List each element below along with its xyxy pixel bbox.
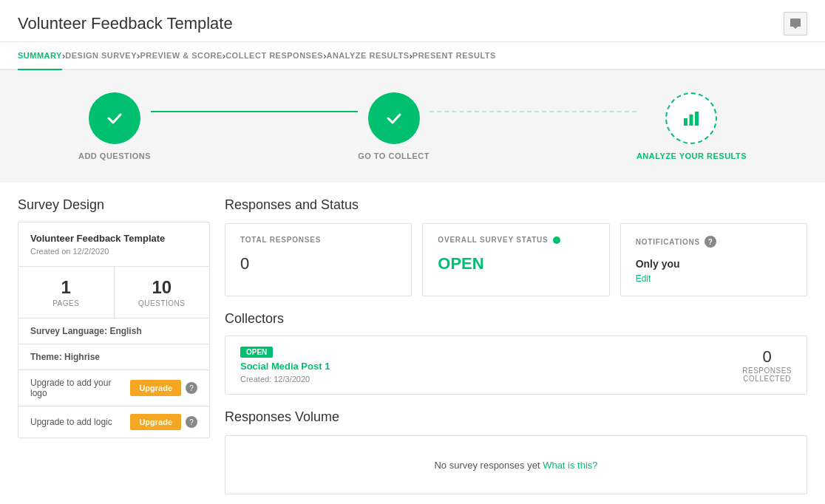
- upgrade-logo-row: Upgrade to add your logo Upgrade ?: [18, 370, 209, 406]
- overall-status-card: OVERALL SURVEY STATUS OPEN: [422, 223, 609, 296]
- total-responses-card: TOTAL RESPONSES 0: [225, 223, 412, 296]
- notifications-help-icon[interactable]: ?: [705, 236, 716, 248]
- tab-summary[interactable]: SUMMARY: [18, 42, 62, 70]
- theme-info: Theme: Highrise: [18, 344, 209, 370]
- collectors-title: Collectors: [225, 311, 284, 327]
- step-analyze-results: ANALYZE YOUR RESULTS: [636, 92, 747, 160]
- sidebar-card: Volunteer Feedback Template Created on 1…: [18, 222, 210, 438]
- collector-name[interactable]: Social Media Post 1: [240, 361, 330, 372]
- collector-left: OPEN Social Media Post 1 Created: 12/3/2…: [240, 347, 330, 384]
- upgrade-logo-text: Upgrade to add your logo: [30, 378, 130, 398]
- upgrade-logic-actions: Upgrade ?: [130, 414, 197, 430]
- sidebar-card-header: Volunteer Feedback Template Created on 1…: [18, 222, 209, 266]
- pages-label: PAGES: [29, 299, 103, 307]
- responses-status-title: Responses and Status: [225, 197, 807, 213]
- svg-rect-2: [695, 112, 699, 126]
- volume-card: No survey responses yet What is this?: [225, 435, 807, 494]
- step-done-circle-2: [368, 92, 420, 144]
- main-content: Survey Design Volunteer Feedback Templat…: [0, 183, 825, 504]
- pages-stat: 1 PAGES: [18, 267, 115, 318]
- collector-count-label-2: COLLECTED: [742, 375, 792, 383]
- sidebar-title: Survey Design: [18, 197, 210, 213]
- notifications-value: Only you: [636, 258, 792, 270]
- collectors-section: Collectors OPEN Social Media Post 1 Crea…: [225, 311, 807, 395]
- collector-count-label-1: RESPONSES: [742, 367, 792, 375]
- responses-volume-section: Responses Volume No survey responses yet…: [225, 409, 807, 494]
- collector-right: 0 RESPONSES COLLECTED: [742, 347, 792, 383]
- upgrade-logo-actions: Upgrade ?: [130, 380, 197, 396]
- upgrade-logic-button[interactable]: Upgrade: [130, 414, 181, 430]
- step-add-questions: ADD QUESTIONS: [78, 92, 151, 160]
- step-go-to-collect: GO TO COLLECT: [358, 92, 430, 160]
- header: Volunteer Feedback Template: [0, 0, 825, 42]
- collector-row: OPEN Social Media Post 1 Created: 12/3/2…: [225, 336, 807, 395]
- survey-name: Volunteer Feedback Template: [30, 233, 197, 244]
- upgrade-logic-text: Upgrade to add logic: [30, 417, 112, 427]
- tab-preview-score[interactable]: PREVIEW & SCORE: [140, 42, 222, 69]
- page-title: Volunteer Feedback Template: [18, 14, 233, 33]
- step-label-3: ANALYZE YOUR RESULTS: [636, 151, 747, 160]
- collector-created: Created: 12/3/2020: [240, 375, 330, 384]
- questions-count: 10: [125, 277, 200, 298]
- svg-rect-0: [684, 118, 688, 126]
- upgrade-logic-row: Upgrade to add logic Upgrade ?: [18, 406, 209, 437]
- collectors-header: Collectors: [225, 311, 807, 327]
- green-dot-icon: [553, 236, 560, 244]
- collector-count: 0: [742, 347, 792, 367]
- checkmark-icon-1: [104, 108, 125, 129]
- progress-section: ADD QUESTIONS GO TO COLLECT ANALYZE YOUR…: [0, 70, 825, 183]
- language-label: Survey Language:: [30, 326, 107, 336]
- comment-icon: [790, 18, 801, 30]
- comment-icon-button[interactable]: [784, 12, 807, 35]
- pages-count: 1: [29, 277, 103, 298]
- collector-open-badge: OPEN: [240, 347, 273, 358]
- nav-tabs: SUMMARY › DESIGN SURVEY › PREVIEW & SCOR…: [0, 42, 825, 70]
- upgrade-logo-button[interactable]: Upgrade: [130, 380, 181, 396]
- right-content: Responses and Status TOTAL RESPONSES 0 O…: [225, 197, 807, 494]
- progress-line-2: [430, 111, 636, 112]
- notifications-edit-link[interactable]: Edit: [636, 273, 651, 284]
- status-cards: TOTAL RESPONSES 0 OVERALL SURVEY STATUS …: [225, 223, 807, 296]
- language-value: English: [109, 326, 141, 336]
- overall-status-label: OVERALL SURVEY STATUS: [438, 236, 594, 244]
- progress-line-1: [151, 111, 358, 112]
- step-outline-circle-3: [665, 92, 717, 144]
- help-icon-logo[interactable]: ?: [186, 382, 197, 394]
- chart-icon: [681, 108, 702, 129]
- sidebar: Survey Design Volunteer Feedback Templat…: [18, 197, 210, 494]
- step-done-circle-1: [89, 92, 140, 144]
- step-label-2: GO TO COLLECT: [358, 151, 430, 160]
- sidebar-stats: 1 PAGES 10 QUESTIONS: [18, 266, 209, 319]
- svg-rect-1: [690, 115, 693, 126]
- what-is-this-link[interactable]: What is this?: [543, 460, 597, 471]
- overall-status-value: OPEN: [438, 254, 594, 273]
- no-responses-text: No survey responses yet What is this?: [434, 460, 597, 471]
- created-date: Created on 12/2/2020: [30, 247, 197, 256]
- language-info: Survey Language: English: [18, 319, 209, 344]
- help-icon-logic[interactable]: ?: [186, 416, 197, 428]
- tab-design-survey[interactable]: DESIGN SURVEY: [65, 42, 137, 69]
- questions-label: QUESTIONS: [125, 299, 200, 307]
- checkmark-icon-2: [384, 108, 404, 129]
- tab-collect-responses[interactable]: COLLECT RESPONSES: [225, 42, 323, 69]
- tab-analyze-results[interactable]: ANALYZE RESULTS: [326, 42, 409, 69]
- total-responses-value: 0: [240, 254, 396, 273]
- notifications-label: NOTIFICATIONS ?: [636, 236, 792, 248]
- step-label-1: ADD QUESTIONS: [78, 151, 151, 160]
- responses-volume-title: Responses Volume: [225, 409, 807, 425]
- theme-label: Theme:: [30, 352, 62, 362]
- questions-stat: 10 QUESTIONS: [115, 267, 210, 318]
- total-responses-label: TOTAL RESPONSES: [240, 236, 396, 244]
- tab-present-results[interactable]: PRESENT RESULTS: [412, 42, 496, 69]
- notifications-card: NOTIFICATIONS ? Only you Edit: [620, 223, 807, 296]
- theme-value: Highrise: [64, 352, 100, 362]
